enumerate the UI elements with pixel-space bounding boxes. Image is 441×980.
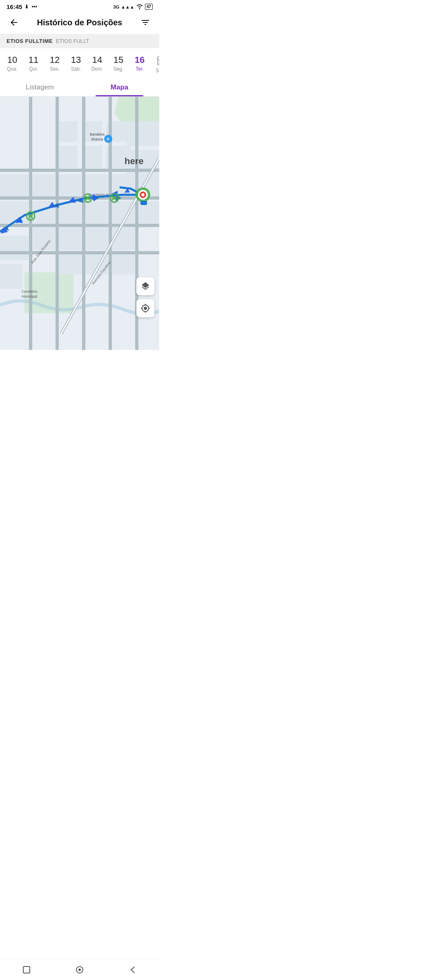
back-button[interactable] <box>7 15 21 30</box>
date-day: Sex. <box>50 66 60 72</box>
download-icon: ⬇ <box>24 4 29 10</box>
svg-rect-38 <box>0 264 22 289</box>
filter-button[interactable] <box>138 15 153 30</box>
svg-text:Branca: Branca <box>91 137 103 141</box>
date-item-16[interactable]: 16 Ter. <box>129 53 150 74</box>
date-item-13[interactable]: 13 Sáb. <box>65 53 87 74</box>
svg-rect-12 <box>57 121 78 142</box>
date-select-button[interactable]: Select <box>150 53 159 75</box>
date-item-10[interactable]: 10 Qua. <box>2 53 23 74</box>
signal-icon: ▲▲▲ <box>121 4 134 9</box>
svg-rect-32 <box>86 227 108 250</box>
network-label: 3G <box>114 4 120 9</box>
svg-rect-18 <box>127 121 159 146</box>
vehicle-id: ETIOS FULLT <box>56 38 89 44</box>
status-icons: 3G ▲▲▲ 47 <box>114 4 153 10</box>
svg-rect-36 <box>112 254 135 274</box>
svg-rect-40 <box>0 201 29 223</box>
header: Histórico de Posições <box>0 12 159 34</box>
status-bar: 16:45 ⬇ ••• 3G ▲▲▲ 47 <box>0 0 159 12</box>
map-controls <box>136 277 154 317</box>
battery-level: 47 <box>145 4 153 10</box>
vehicle-bar: ETIOS FULLTIME ETIOS FULLT <box>0 34 159 48</box>
svg-rect-27 <box>86 201 108 223</box>
date-day: Dom. <box>91 66 103 72</box>
svg-text:Municipal: Municipal <box>22 294 37 298</box>
date-num: 13 <box>71 55 81 65</box>
map-container[interactable]: Avenida Faustina Rua José Rosário Rua Ma… <box>0 97 159 350</box>
date-num: 10 <box>7 55 17 65</box>
battery-icon: 47 <box>145 4 153 10</box>
tab-listagem[interactable]: Listagem <box>0 78 80 96</box>
tab-mapa[interactable]: Mapa <box>80 78 159 96</box>
date-item-15[interactable]: 15 Seg. <box>108 53 129 74</box>
status-time: 16:45 <box>7 3 22 10</box>
svg-point-90 <box>143 202 145 204</box>
svg-text:Bandeira: Bandeira <box>90 132 105 136</box>
svg-rect-7 <box>159 63 159 64</box>
svg-rect-34 <box>59 254 82 274</box>
date-item-12[interactable]: 12 Sex. <box>44 53 65 74</box>
date-num: 16 <box>135 55 145 65</box>
date-selector: 10 Qua. 11 Qui. 12 Sex. 13 Sáb. 14 Dom. … <box>0 48 159 78</box>
svg-point-88 <box>141 193 145 196</box>
svg-rect-21 <box>59 174 82 197</box>
svg-rect-39 <box>0 174 29 197</box>
date-day: Seg. <box>114 66 124 72</box>
date-day: Qua. <box>7 66 18 72</box>
date-num: 14 <box>92 55 102 65</box>
more-icon: ••• <box>31 4 37 10</box>
select-label: Select <box>156 68 159 74</box>
svg-text:P: P <box>107 137 109 141</box>
date-item-11[interactable]: 11 Qui. <box>23 53 44 74</box>
svg-text:Cemitério: Cemitério <box>22 290 38 294</box>
date-day: Ter. <box>136 66 143 72</box>
date-num: 11 <box>29 55 38 65</box>
svg-rect-15 <box>57 146 78 168</box>
tabs: Listagem Mapa <box>0 78 159 97</box>
date-num: 12 <box>50 55 60 65</box>
svg-rect-31 <box>59 227 82 250</box>
location-button[interactable] <box>136 299 154 317</box>
layers-button[interactable] <box>136 277 154 295</box>
calendar-icon <box>156 55 159 66</box>
date-day: Sáb. <box>71 66 81 72</box>
svg-rect-37 <box>0 236 29 260</box>
svg-rect-20 <box>33 174 55 197</box>
date-num: 15 <box>114 55 123 65</box>
svg-rect-4 <box>159 60 159 62</box>
wifi-icon <box>136 4 143 10</box>
date-day: Qui. <box>29 66 38 72</box>
vehicle-name: ETIOS FULLTIME <box>7 38 53 44</box>
page-title: Histórico de Posições <box>21 18 138 27</box>
date-item-14[interactable]: 14 Dom. <box>87 53 108 74</box>
svg-text:here: here <box>125 156 143 166</box>
